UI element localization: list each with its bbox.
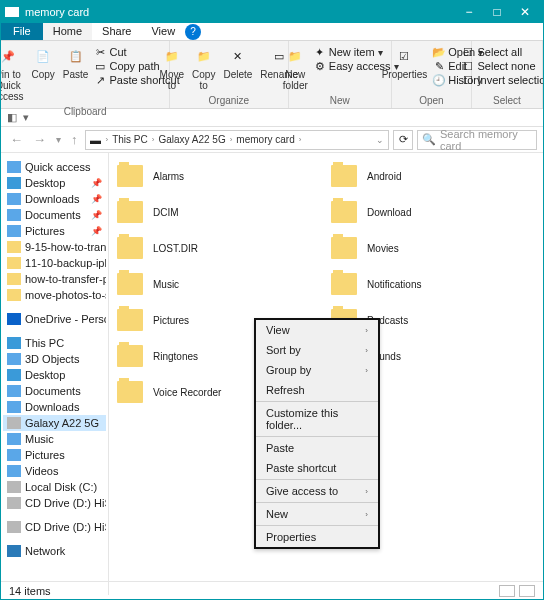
tree-downloads[interactable]: Downloads📌 [3, 191, 106, 207]
view-tab[interactable]: View [141, 23, 185, 40]
delete-button[interactable]: ✕Delete [219, 43, 256, 93]
tree-folder[interactable]: 11-10-backup-iphone-t [3, 255, 106, 271]
share-tab[interactable]: Share [92, 23, 141, 40]
status-bar: 14 items [1, 581, 543, 599]
tree-galaxy[interactable]: Galaxy A22 5G [3, 415, 106, 431]
tree-folder[interactable]: how-to-transfer-photo [3, 271, 106, 287]
tree-pictures[interactable]: Pictures [3, 447, 106, 463]
folder-item[interactable]: Movies [331, 237, 535, 259]
icons-view-button[interactable] [519, 585, 535, 597]
address-bar[interactable]: ▬ › This PC › Galaxy A22 5G › memory car… [85, 130, 390, 150]
ctx-new[interactable]: New› [256, 504, 378, 524]
tree-network[interactable]: Network [3, 543, 106, 559]
tree-this-pc[interactable]: This PC [3, 335, 106, 351]
folder-icon [117, 381, 143, 403]
folder-label: Alarms [153, 171, 184, 182]
help-button[interactable]: ? [185, 24, 201, 40]
select-none-button[interactable]: ☐Select none [460, 59, 544, 73]
pictures-icon [7, 449, 21, 461]
details-view-button[interactable] [499, 585, 515, 597]
documents-icon [7, 385, 21, 397]
pictures-icon [7, 225, 21, 237]
ctx-customize[interactable]: Customize this folder... [256, 403, 378, 435]
addr-dropdown-icon[interactable]: ⌄ [376, 135, 384, 145]
tree-documents[interactable]: Documents📌 [3, 207, 106, 223]
tree-folder[interactable]: move-photos-to-sd-ca [3, 287, 106, 303]
tree-downloads[interactable]: Downloads [3, 399, 106, 415]
tree-music[interactable]: Music [3, 431, 106, 447]
open-group-label: Open [419, 95, 443, 106]
tree-videos[interactable]: Videos [3, 463, 106, 479]
ctx-view[interactable]: View› [256, 320, 378, 340]
back-button[interactable]: ← [7, 132, 26, 147]
tree-desktop[interactable]: Desktop📌 [3, 175, 106, 191]
nav-overflow-icon[interactable]: ▾ [23, 111, 29, 124]
folder-icon [117, 165, 143, 187]
tree-quick-access[interactable]: Quick access [3, 159, 106, 175]
ctx-paste[interactable]: Paste [256, 438, 378, 458]
tree-pictures[interactable]: Pictures📌 [3, 223, 106, 239]
invert-selection-button[interactable]: ☐Invert selection [460, 73, 544, 87]
file-tab[interactable]: File [1, 23, 43, 40]
tree-folder[interactable]: 9-15-how-to-transfer-p [3, 239, 106, 255]
close-button[interactable]: ✕ [511, 5, 539, 19]
navigation-tree: Quick access Desktop📌 Downloads📌 Documen… [1, 153, 109, 595]
up-button[interactable]: ↑ [68, 132, 81, 147]
home-tab[interactable]: Home [43, 23, 92, 40]
crumb-thispc[interactable]: This PC [112, 134, 148, 145]
properties-button[interactable]: ☑Properties [378, 43, 432, 87]
folder-item[interactable]: Download [331, 201, 535, 223]
tree-desktop[interactable]: Desktop [3, 367, 106, 383]
folder-item[interactable]: Notifications [331, 273, 535, 295]
ctx-group-by[interactable]: Group by› [256, 360, 378, 380]
history-icon: 🕘 [433, 74, 445, 86]
path-icon: ▭ [94, 60, 106, 72]
tree-cd-drive[interactable]: CD Drive (D:) HiSuite [3, 495, 106, 511]
chevron-right-icon: › [365, 346, 368, 355]
refresh-button[interactable]: ⟳ [393, 130, 413, 150]
ctx-sort-by[interactable]: Sort by› [256, 340, 378, 360]
folder-item[interactable]: DCIM [117, 201, 321, 223]
tree-local-disk[interactable]: Local Disk (C:) [3, 479, 106, 495]
move-to-button[interactable]: 📁Move to [156, 43, 188, 93]
crumb-memcard[interactable]: memory card [236, 134, 294, 145]
documents-icon [7, 209, 21, 221]
folder-item[interactable]: LOST.DIR [117, 237, 321, 259]
ctx-refresh[interactable]: Refresh [256, 380, 378, 400]
folder-item[interactable]: Music [117, 273, 321, 295]
folder-item[interactable]: Android [331, 165, 535, 187]
forward-button[interactable]: → [30, 132, 49, 147]
copy-button[interactable]: 📄Copy [28, 43, 59, 104]
videos-icon [7, 465, 21, 477]
select-all-button[interactable]: ☐Select all [460, 45, 544, 59]
copy-to-button[interactable]: 📁Copy to [188, 43, 219, 93]
folder-label: Voice Recorder [153, 387, 221, 398]
pin-quick-access-button[interactable]: 📌Pin to Quick access [0, 43, 28, 104]
folder-item[interactable]: Alarms [117, 165, 321, 187]
folder-icon [117, 237, 143, 259]
new-folder-button[interactable]: 📁New folder [279, 43, 312, 93]
recent-button[interactable]: ▾ [53, 134, 64, 145]
ribbon: 📌Pin to Quick access 📄Copy 📋Paste ✂Cut ▭… [1, 41, 543, 109]
disk-icon [7, 481, 21, 493]
tree-cd-drive[interactable]: CD Drive (D:) HiSuite [3, 519, 106, 535]
folder-icon [7, 257, 21, 269]
maximize-button[interactable]: □ [483, 5, 511, 19]
tree-onedrive[interactable]: OneDrive - Personal [3, 311, 106, 327]
folder-icon [331, 201, 357, 223]
search-input[interactable]: 🔍 Search memory card [417, 130, 537, 150]
tree-documents[interactable]: Documents [3, 383, 106, 399]
cloud-icon [7, 313, 21, 325]
crumb-galaxy[interactable]: Galaxy A22 5G [158, 134, 225, 145]
ctx-properties[interactable]: Properties [256, 527, 378, 547]
minimize-button[interactable]: − [455, 5, 483, 19]
folder-label: Download [367, 207, 411, 218]
expand-ribbon-icon[interactable]: ◧ [7, 111, 17, 124]
chevron-right-icon: › [365, 366, 368, 375]
ctx-paste-shortcut[interactable]: Paste shortcut [256, 458, 378, 478]
tree-3d-objects[interactable]: 3D Objects [3, 351, 106, 367]
separator [256, 525, 378, 526]
search-placeholder: Search memory card [440, 128, 532, 152]
paste-button[interactable]: 📋Paste [59, 43, 93, 104]
ctx-give-access[interactable]: Give access to› [256, 481, 378, 501]
